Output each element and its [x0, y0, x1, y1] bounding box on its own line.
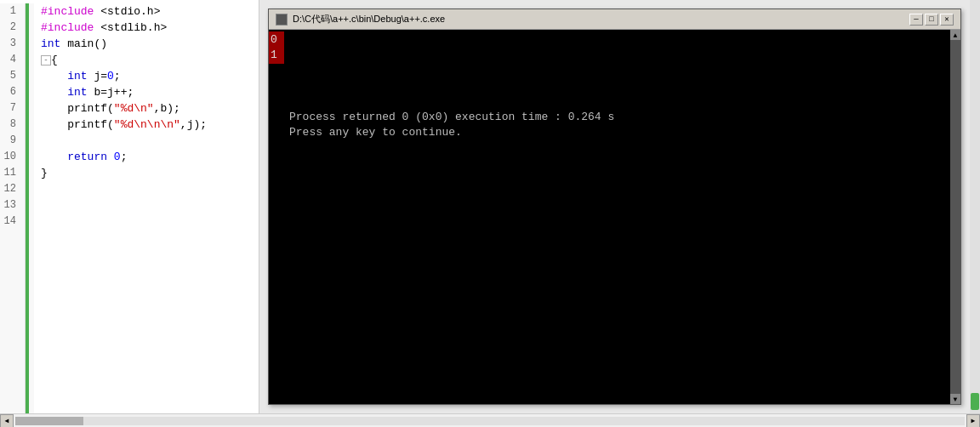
terminal-line-blank2 [289, 79, 943, 94]
code-line-7: printf("%d\n",b); [41, 100, 259, 117]
code-line-5: int j=0; [41, 68, 259, 84]
line-num-6: 6 [0, 84, 20, 100]
bottom-scroll-track[interactable] [15, 417, 965, 425]
scroll-right-button[interactable]: ▶ [966, 414, 980, 428]
code-line-13 [41, 197, 259, 214]
code-line-14 [41, 214, 259, 230]
line-num-3: 3 [0, 36, 20, 52]
code-line-1: #include <stdio.h> [41, 3, 259, 20]
code-line-4: -{ [41, 52, 259, 68]
scroll-up-button[interactable]: ▲ [950, 30, 960, 40]
line-num-13: 13 [0, 197, 20, 214]
code-line-11: } [41, 165, 259, 181]
editor-gutter [26, 3, 34, 413]
line-num-11: 11 [0, 165, 20, 181]
bottom-scroll-thumb [15, 417, 83, 425]
line-numbers: 1 2 3 4 5 6 7 8 9 10 11 12 13 14 [0, 3, 26, 413]
terminal-line-blank3 [289, 94, 943, 110]
line-num-2: 2 [0, 20, 20, 36]
terminal-window: D:\C代码\a++.c\bin\Debug\a++.c.exe ─ □ ✕ 0… [268, 9, 961, 405]
terminal-line-1 [289, 48, 943, 64]
scroll-left-button[interactable]: ◀ [0, 414, 14, 428]
terminal-scrollbar: ▲ ▼ [950, 30, 960, 404]
green-status-dot [971, 393, 979, 410]
line-num-8: 8 [0, 117, 20, 133]
code-editor: 1 2 3 4 5 6 7 8 9 10 11 12 13 14 [0, 0, 259, 413]
bottom-scrollbar: ◀ ▶ [0, 413, 980, 427]
code-lines[interactable]: #include <stdio.h> #include <stdlib.h> i… [34, 3, 259, 413]
line-num-14: 14 [0, 214, 20, 230]
terminal-title-left: D:\C代码\a++.c\bin\Debug\a++.c.exe [276, 13, 445, 26]
terminal-continue-line: Press any key to continue. [289, 125, 943, 140]
line-num-1: 1 [0, 3, 20, 20]
terminal-controls: ─ □ ✕ [909, 14, 954, 26]
code-line-6: int b=j++; [41, 84, 259, 100]
code-line-10: return 0; [41, 149, 259, 165]
right-indicator [970, 0, 980, 413]
fold-bracket-4[interactable]: - [41, 55, 51, 65]
output-value-1: 1 [271, 48, 282, 63]
terminal-body: 0 1 Process returned 0 (0x0) execution t… [269, 30, 960, 404]
maximize-button[interactable]: □ [925, 14, 938, 26]
terminal-line-blank1 [289, 64, 943, 79]
terminal-title-text: D:\C代码\a++.c\bin\Debug\a++.c.exe [293, 13, 445, 26]
terminal-titlebar: D:\C代码\a++.c\bin\Debug\a++.c.exe ─ □ ✕ [269, 9, 960, 30]
code-line-2: #include <stdlib.h> [41, 20, 259, 36]
code-line-9 [41, 133, 259, 149]
green-gutter-bar [26, 3, 29, 413]
line-num-5: 5 [0, 68, 20, 84]
code-line-8: printf("%d\n\n\n",j); [41, 117, 259, 133]
minimize-button[interactable]: ─ [909, 14, 923, 26]
line-num-12: 12 [0, 181, 20, 197]
code-line-3: int main() [41, 36, 259, 52]
output-value-0: 0 [271, 32, 282, 48]
terminal-line-0 [289, 33, 943, 48]
code-line-12 [41, 181, 259, 197]
line-num-7: 7 [0, 100, 20, 117]
close-button[interactable]: ✕ [940, 14, 954, 26]
terminal-process-line: Process returned 0 (0x0) execution time … [289, 110, 943, 125]
line-num-9: 9 [0, 133, 20, 149]
terminal-text-area[interactable]: Process returned 0 (0x0) execution time … [269, 30, 950, 404]
line-num-4: 4 [0, 52, 20, 68]
line-num-10: 10 [0, 149, 20, 165]
scroll-down-button[interactable]: ▼ [950, 394, 960, 404]
terminal-wrapper: D:\C代码\a++.c\bin\Debug\a++.c.exe ─ □ ✕ 0… [259, 0, 970, 413]
scroll-track[interactable] [950, 40, 960, 394]
terminal-app-icon [276, 14, 288, 26]
